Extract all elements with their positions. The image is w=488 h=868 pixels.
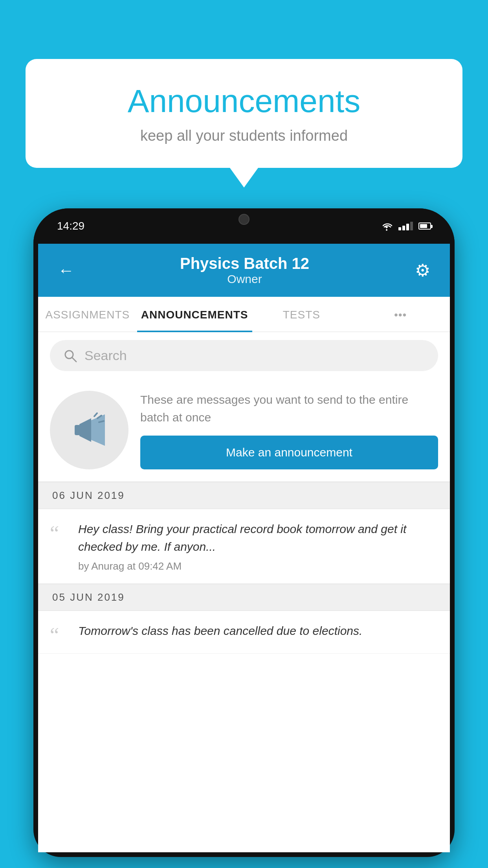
batch-title: Physics Batch 12: [180, 255, 309, 272]
bubble-arrow: [230, 168, 258, 188]
search-placeholder[interactable]: Search: [84, 348, 127, 363]
phone-screen: ← Physics Batch 12 Owner ⚙ ASSIGNMENTS A…: [38, 244, 450, 852]
back-button[interactable]: ←: [58, 261, 74, 280]
svg-point-0: [386, 229, 387, 231]
bubble-subtitle: keep all your students informed: [57, 127, 431, 144]
announcement-text-2: Tomorrow's class has been cancelled due …: [78, 622, 438, 640]
tab-assignments[interactable]: ASSIGNMENTS: [38, 297, 137, 331]
announcement-item-2: “ Tomorrow's class has been cancelled du…: [38, 611, 450, 654]
tab-tests[interactable]: TESTS: [252, 297, 351, 331]
search-bar[interactable]: Search: [50, 340, 438, 371]
phone-top-bar: 14:29: [33, 208, 455, 244]
announcement-prompt: These are messages you want to send to t…: [38, 379, 450, 482]
tab-more[interactable]: •••: [351, 297, 450, 331]
svg-rect-4: [75, 425, 80, 435]
announcement-meta-1: by Anurag at 09:42 AM: [78, 560, 438, 572]
announcement-content-2: Tomorrow's class has been cancelled due …: [78, 622, 438, 644]
speech-bubble-section: Announcements keep all your students inf…: [26, 59, 462, 188]
phone-notch: [213, 208, 275, 230]
signal-bars-icon: [398, 222, 413, 230]
announcement-content-1: Hey class! Bring your practical record b…: [78, 520, 438, 572]
announcement-text-1: Hey class! Bring your practical record b…: [78, 520, 438, 555]
phone-wrapper: 14:29: [33, 208, 455, 868]
svg-marker-5: [91, 414, 105, 446]
tab-announcements[interactable]: ANNOUNCEMENTS: [137, 297, 252, 331]
megaphone-circle: [50, 391, 128, 469]
app-header: ← Physics Batch 12 Owner ⚙: [38, 244, 450, 297]
megaphone-icon: [68, 408, 111, 452]
camera: [238, 214, 250, 225]
gear-icon[interactable]: ⚙: [415, 260, 430, 280]
batch-subtitle: Owner: [180, 272, 309, 286]
bubble-title: Announcements: [57, 83, 431, 120]
quote-icon-1: “: [50, 523, 70, 544]
battery-icon: [418, 223, 431, 230]
announcement-description: These are messages you want to send to t…: [140, 391, 438, 426]
tab-bar: ASSIGNMENTS ANNOUNCEMENTS TESTS •••: [38, 297, 450, 332]
phone-device: 14:29: [33, 208, 455, 857]
announcement-right: These are messages you want to send to t…: [140, 391, 438, 469]
make-announcement-button[interactable]: Make an announcement: [140, 436, 438, 469]
quote-icon-2: “: [50, 625, 70, 645]
svg-marker-3: [79, 418, 91, 442]
header-title-group: Physics Batch 12 Owner: [180, 255, 309, 286]
svg-line-2: [72, 358, 76, 362]
search-icon: [63, 349, 77, 363]
announcement-item-1: “ Hey class! Bring your practical record…: [38, 509, 450, 584]
status-icons: [380, 221, 431, 231]
date-divider-2: 05 JUN 2019: [38, 584, 450, 611]
date-divider-1: 06 JUN 2019: [38, 482, 450, 509]
speech-bubble: Announcements keep all your students inf…: [26, 59, 462, 168]
svg-line-6: [94, 413, 97, 416]
wifi-icon: [380, 221, 393, 231]
